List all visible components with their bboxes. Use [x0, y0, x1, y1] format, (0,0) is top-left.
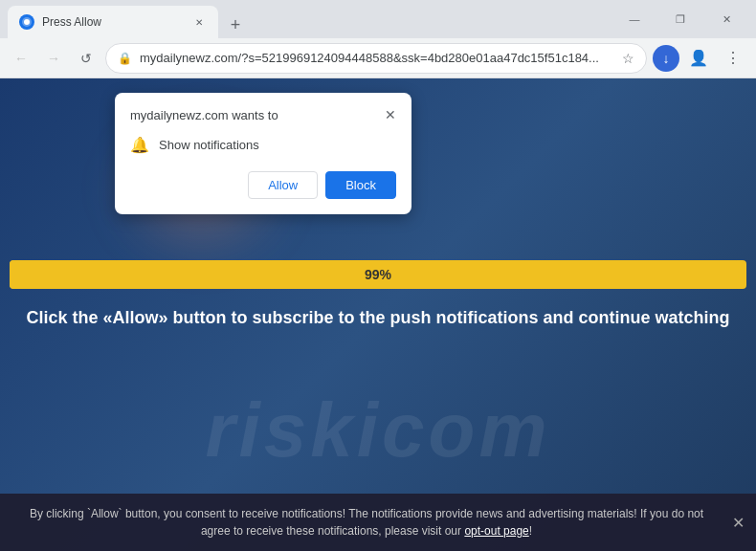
title-bar: Press Allow ✕ + — ❐ ✕ — [0, 0, 756, 38]
bell-icon: 🔔 — [130, 136, 149, 154]
allow-button[interactable]: Allow — [248, 171, 318, 199]
cta-text: Click the «Allow» button to subscribe to… — [7, 306, 748, 330]
close-button[interactable]: ✕ — [704, 4, 748, 34]
lock-icon: 🔒 — [118, 52, 132, 65]
tab-strip: Press Allow ✕ + — [8, 0, 612, 38]
bookmark-icon[interactable]: ☆ — [622, 51, 634, 66]
bottom-text-end: ! — [529, 524, 532, 538]
popup-title: mydailynewz.com wants to — [130, 108, 278, 122]
menu-button[interactable]: ⋮ — [718, 43, 748, 74]
popup-notification-row: 🔔 Show notifications — [130, 134, 396, 156]
url-text: mydailynewz.com/?s=5219969124094448588&s… — [140, 51, 614, 65]
address-bar: ← → ↺ 🔒 mydailynewz.com/?s=5219969124094… — [0, 38, 756, 78]
forward-button[interactable]: → — [40, 45, 67, 72]
cta-after: » button to subscribe to the push notifi… — [159, 308, 730, 327]
new-tab-button[interactable]: + — [222, 11, 249, 38]
refresh-button[interactable]: ↺ — [73, 45, 100, 72]
url-bar[interactable]: 🔒 mydailynewz.com/?s=5219969124094448588… — [105, 43, 647, 74]
profile-button[interactable]: 👤 — [683, 43, 714, 74]
tab-close-button[interactable]: ✕ — [191, 14, 207, 30]
progress-text: 99% — [365, 267, 391, 282]
progress-bar: 99% — [10, 260, 746, 289]
browser-window: Press Allow ✕ + — ❐ ✕ ← → ↺ 🔒 mydailynew… — [0, 0, 756, 551]
bottom-text: By clicking `Allow` button, you consent … — [15, 505, 718, 540]
back-button[interactable]: ← — [8, 45, 34, 72]
popup-header: mydailynewz.com wants to ✕ — [130, 108, 396, 122]
watermark-text: riskicom — [205, 386, 550, 474]
bottom-text-main: By clicking `Allow` button, you consent … — [30, 507, 703, 538]
popup-close-button[interactable]: ✕ — [385, 108, 396, 121]
opt-out-link[interactable]: opt-out page — [464, 524, 528, 538]
download-icon[interactable]: ↓ — [653, 45, 679, 72]
cta-allow-word: Allow — [113, 308, 159, 327]
bottom-bar-close-button[interactable]: ✕ — [732, 514, 745, 532]
maximize-button[interactable]: ❐ — [658, 4, 702, 34]
tab-favicon — [19, 14, 34, 30]
page-content: riskicom mydailynewz.com wants to ✕ 🔔 Sh… — [0, 78, 756, 551]
block-button[interactable]: Block — [325, 171, 396, 199]
minimize-button[interactable]: — — [612, 4, 656, 34]
svg-point-1 — [24, 19, 30, 25]
window-controls: — ❐ ✕ — [612, 4, 748, 34]
toolbar-icons: ↓ 👤 ⋮ — [653, 43, 748, 74]
notification-label: Show notifications — [159, 138, 259, 152]
bottom-bar: By clicking `Allow` button, you consent … — [0, 494, 756, 551]
notification-popup: mydailynewz.com wants to ✕ 🔔 Show notifi… — [115, 93, 411, 214]
cta-before: Click the « — [26, 308, 112, 327]
active-tab[interactable]: Press Allow ✕ — [8, 6, 218, 38]
popup-buttons: Allow Block — [130, 171, 396, 199]
tab-title: Press Allow — [42, 15, 184, 29]
progress-container: 99% — [10, 260, 746, 289]
